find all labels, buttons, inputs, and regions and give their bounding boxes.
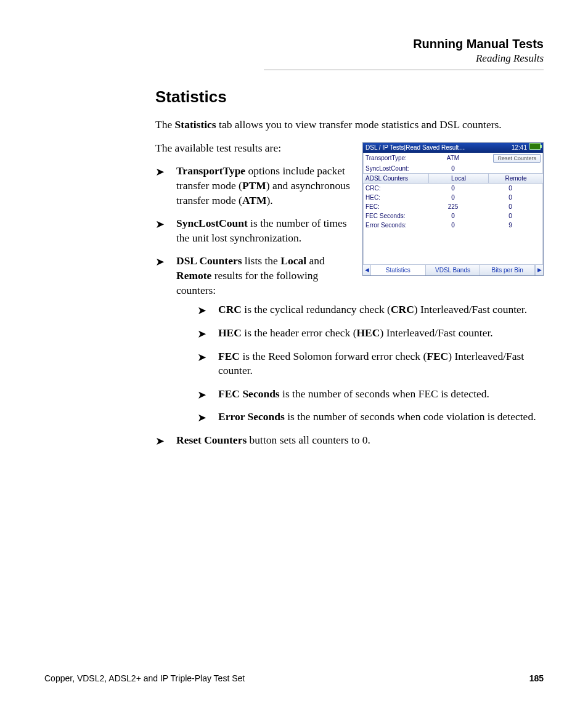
list-item: FEC is the Reed Solomon forward error ch… (197, 349, 544, 378)
transport-row: TransportType: ATM Reset Counters (363, 153, 543, 164)
counters-header-remote: Remote (489, 174, 543, 183)
list-item: Reset Counters button sets all counters … (155, 433, 544, 448)
page-header: Running Manual Tests Reading Results (44, 37, 544, 65)
counters-header-local: Local (429, 174, 489, 183)
header-rule (264, 70, 544, 70)
table-row: HEC:00 (363, 193, 543, 202)
list-item: FEC Seconds is the number of seconds whe… (197, 387, 544, 402)
table-row: Error Seconds:09 (363, 221, 543, 230)
reset-counters-button[interactable]: Reset Counters (493, 154, 541, 163)
list-item: DSL Counters lists the Local and Remote … (155, 254, 544, 424)
intro-paragraph: The Statistics tab allows you to view tr… (155, 118, 544, 132)
synclost-row: SyncLostCount: 0 (363, 164, 543, 173)
transport-value: ATM (426, 155, 480, 161)
chapter-title: Running Manual Tests (44, 37, 544, 51)
list-item: TransportType options include packet tra… (155, 164, 380, 208)
table-row: FEC:2250 (363, 202, 543, 211)
counters-header-row: ADSL Counters Local Remote (363, 173, 543, 184)
page-footer: Copper, VDSL2, ADSL2+ and IP Triple-Play… (44, 673, 544, 683)
list-item: Error Seconds is the number of seconds w… (197, 410, 544, 424)
list-item: HEC is the header error check (HEC) Inte… (197, 326, 544, 341)
section-subtitle: Reading Results (44, 52, 544, 65)
synclost-value: 0 (426, 165, 480, 172)
footer-product: Copper, VDSL2, ADSL2+ and IP Triple-Play… (44, 673, 245, 683)
list-item: CRC is the cyclical redundancy check (CR… (197, 302, 544, 317)
list-item: SyncLostCount is the number of times the… (155, 216, 380, 245)
table-row: FEC Seconds:00 (363, 211, 543, 221)
page-number: 185 (529, 673, 544, 683)
transport-label: TransportType: (365, 155, 426, 161)
table-row: CRC:00 (363, 184, 543, 193)
screenshot-clock: 12:41 (512, 143, 541, 153)
sub-bullet-list: CRC is the cyclical redundancy check (CR… (197, 302, 544, 424)
battery-icon (529, 143, 541, 150)
section-heading: Statistics (155, 87, 544, 107)
screenshot-titlebar: DSL / IP Tests|Read Saved Result… 12:41 (363, 143, 543, 153)
screenshot-title: DSL / IP Tests|Read Saved Result… (365, 143, 465, 153)
